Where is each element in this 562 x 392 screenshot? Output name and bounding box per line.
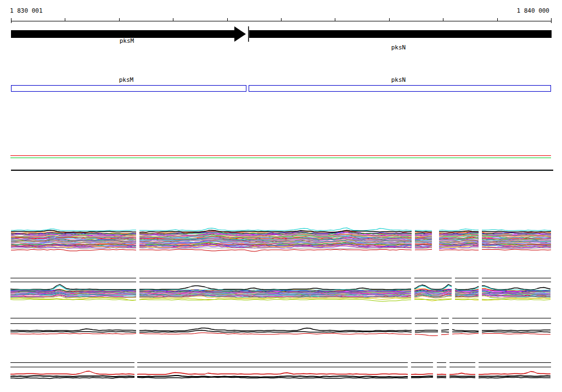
track-data-gap <box>479 228 482 253</box>
track-data-gap <box>136 316 139 338</box>
track-data-gap <box>475 361 479 381</box>
track-data-gap <box>408 361 411 381</box>
genome-browser-window: 1 830 001 1 840 000 pksM pksN pksM pksN <box>0 0 562 392</box>
track-data-gap <box>452 276 455 301</box>
gene-label-pksN[interactable]: pksN <box>391 44 406 51</box>
ruler-start-coordinate: 1 830 001 <box>10 7 43 14</box>
multi-sample-plot-2[interactable] <box>10 276 551 301</box>
ruler[interactable] <box>11 18 552 23</box>
baseline-plot[interactable] <box>10 156 553 171</box>
feature-box-pksN[interactable] <box>249 86 551 92</box>
feature-label-pksM[interactable]: pksM <box>119 76 134 83</box>
track-data-gap <box>433 361 437 381</box>
feature-label-pksN[interactable]: pksN <box>391 76 406 83</box>
ruler-end-coordinate: 1 840 000 <box>516 7 549 14</box>
feature-box-pksM[interactable] <box>12 86 246 92</box>
track-data-gap <box>479 316 482 338</box>
browser-graphics-canvas[interactable] <box>0 0 562 392</box>
track-data-gap <box>136 276 139 301</box>
multi-sample-plot-1[interactable] <box>11 228 551 253</box>
track-data-gap <box>432 228 439 253</box>
track-data-gap <box>446 361 449 381</box>
track-data-gap <box>479 276 482 301</box>
gene-arrow-pksN[interactable] <box>248 26 552 42</box>
track-data-gap <box>438 316 441 338</box>
multi-sample-plot-3[interactable] <box>10 316 551 338</box>
track-data-gap <box>412 316 415 338</box>
multi-sample-plot-4[interactable] <box>10 361 551 381</box>
gene-label-pksM[interactable]: pksM <box>120 37 134 44</box>
track-data-gap <box>136 228 139 253</box>
track-data-gap <box>412 228 415 253</box>
track-data-gap <box>134 361 137 381</box>
track-data-gap <box>449 316 452 338</box>
track-data-gap <box>411 276 414 301</box>
